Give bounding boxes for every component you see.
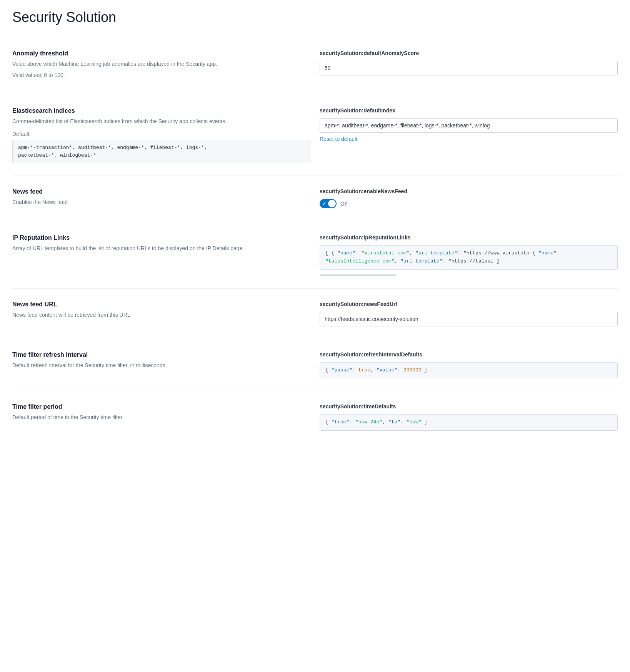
field-key-anomaly-threshold: securitySolution:defaultAnomalyScore	[320, 50, 618, 56]
text-input-anomaly-threshold[interactable]	[320, 61, 618, 75]
setting-row-anomaly-threshold: Anomaly thresholdValue above which Machi…	[12, 38, 618, 95]
setting-label-news-feed: News feedEnables the News feed	[12, 188, 310, 209]
field-key-news-feed-url: securitySolution:newsFeedUrl	[320, 301, 618, 307]
setting-label-anomaly-threshold: Anomaly thresholdValue above which Machi…	[12, 50, 310, 82]
field-key-ip-reputation-links: securitySolution:ipReputationLinks	[320, 234, 618, 241]
code-block-ip-reputation-links[interactable]: [ { "name": "virustotal.com", "url_templ…	[320, 245, 618, 270]
reset-link-elasticsearch-indices[interactable]: Reset to default	[320, 136, 618, 142]
toggle-switch-news-feed[interactable]: ✓	[320, 199, 337, 208]
setting-control-news-feed-url: securitySolution:newsFeedUrl	[320, 301, 618, 326]
setting-title-time-filter-period: Time filter period	[12, 403, 310, 410]
page-title: Security Solution	[12, 9, 618, 25]
setting-control-elasticsearch-indices: securitySolution:defaultIndexReset to de…	[320, 107, 618, 142]
setting-title-news-feed: News feed	[12, 188, 310, 195]
setting-title-anomaly-threshold: Anomaly threshold	[12, 50, 310, 57]
setting-label-ip-reputation-links: IP Reputation LinksArray of URL template…	[12, 234, 310, 256]
setting-label-time-filter-refresh: Time filter refresh intervalDefault refr…	[12, 351, 310, 373]
setting-desc-anomaly-threshold: Value above which Machine Learning job a…	[12, 60, 310, 68]
toggle-container-news-feed: ✓On	[320, 199, 618, 208]
setting-desc-time-filter-refresh: Default refresh interval for the Securit…	[12, 361, 310, 369]
setting-desc-time-filter-period: Default period of time in the Security t…	[12, 413, 310, 421]
setting-row-elasticsearch-indices: Elasticsearch indicesComma-delimited lis…	[12, 95, 618, 176]
setting-control-anomaly-threshold: securitySolution:defaultAnomalyScore	[320, 50, 618, 75]
field-key-time-filter-refresh: securitySolution:refreshIntervalDefaults	[320, 351, 618, 358]
setting-control-ip-reputation-links: securitySolution:ipReputationLinks[ { "n…	[320, 234, 618, 276]
setting-row-news-feed: News feedEnables the News feedsecuritySo…	[12, 176, 618, 222]
field-key-news-feed: securitySolution:enableNewsFeed	[320, 188, 618, 194]
setting-default-code-elasticsearch-indices: apm-*-transaction*, auditbeat-*, endgame…	[12, 140, 310, 163]
text-input-news-feed-url[interactable]	[320, 312, 618, 326]
setting-control-time-filter-period: securitySolution:timeDefaults{ "from": "…	[320, 403, 618, 431]
text-input-elasticsearch-indices[interactable]	[320, 118, 618, 133]
setting-row-news-feed-url: News feed URLNews feed content will be r…	[12, 289, 618, 339]
horizontal-scrollbar[interactable]	[320, 274, 397, 276]
setting-row-time-filter-refresh: Time filter refresh intervalDefault refr…	[12, 339, 618, 391]
setting-control-news-feed: securitySolution:enableNewsFeed✓On	[320, 188, 618, 208]
field-key-time-filter-period: securitySolution:timeDefaults	[320, 403, 618, 410]
toggle-label-news-feed: On	[340, 201, 348, 207]
setting-row-ip-reputation-links: IP Reputation LinksArray of URL template…	[12, 222, 618, 289]
code-block-time-filter-period[interactable]: { "from": "now-24h", "to": "now" }	[320, 414, 618, 431]
setting-label-news-feed-url: News feed URLNews feed content will be r…	[12, 301, 310, 322]
toggle-thumb	[328, 200, 336, 207]
setting-title-ip-reputation-links: IP Reputation Links	[12, 234, 310, 241]
setting-desc-news-feed: Enables the News feed	[12, 198, 310, 206]
toggle-check-icon: ✓	[322, 201, 326, 207]
setting-control-time-filter-refresh: securitySolution:refreshIntervalDefaults…	[320, 351, 618, 379]
setting-label-time-filter-period: Time filter periodDefault period of time…	[12, 403, 310, 425]
setting-label-elasticsearch-indices: Elasticsearch indicesComma-delimited lis…	[12, 107, 310, 163]
setting-title-elasticsearch-indices: Elasticsearch indices	[12, 107, 310, 114]
setting-desc-ip-reputation-links: Array of URL templates to build the list…	[12, 244, 310, 252]
setting-valid-values-anomaly-threshold: Valid values: 0 to 100.	[12, 71, 310, 79]
setting-title-time-filter-refresh: Time filter refresh interval	[12, 351, 310, 358]
setting-default-label-elasticsearch-indices: Default:	[12, 130, 310, 138]
setting-title-news-feed-url: News feed URL	[12, 301, 310, 308]
setting-desc-news-feed-url: News feed content will be retrieved from…	[12, 311, 310, 319]
code-block-time-filter-refresh[interactable]: { "pause": true, "value": 300000 }	[320, 362, 618, 379]
setting-desc-elasticsearch-indices: Comma-delimited list of Elasticsearch in…	[12, 117, 310, 125]
setting-row-time-filter-period: Time filter periodDefault period of time…	[12, 391, 618, 443]
field-key-elasticsearch-indices: securitySolution:defaultIndex	[320, 107, 618, 114]
